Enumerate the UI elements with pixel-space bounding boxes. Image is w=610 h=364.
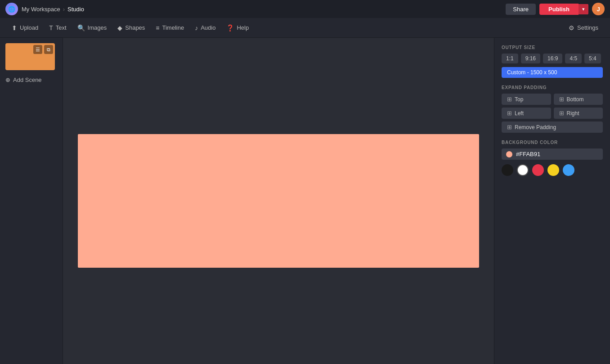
padding-right-icon: ⊞: [559, 110, 564, 117]
toolbar: ⬆ Upload T Text 🔍 Images ◆ Shapes ≡ Time…: [0, 18, 610, 38]
audio-label: Audio: [201, 24, 215, 31]
color-palette: [502, 164, 603, 176]
main-layout: ☰ ⧉ ⊕ Add Scene OUTPUT SIZE 1:1 9:16 16:…: [0, 38, 610, 364]
shapes-label: Shapes: [125, 24, 145, 31]
publish-dropdown-button[interactable]: ▾: [579, 4, 588, 14]
images-button[interactable]: 🔍 Images: [73, 22, 112, 34]
images-label: Images: [88, 24, 107, 31]
top-nav: 🌐 My Workspace › Studio Share Publish ▾ …: [0, 0, 610, 18]
remove-padding-icon: ⊞: [507, 124, 512, 130]
shapes-icon: ◆: [117, 24, 122, 31]
size-btn-4-5[interactable]: 4:5: [565, 54, 582, 63]
help-icon: ❓: [226, 24, 234, 31]
size-btn-16-9[interactable]: 16:9: [543, 54, 562, 63]
workspace-link[interactable]: My Workspace: [22, 6, 60, 13]
remove-padding-button[interactable]: ⊞ Remove Padding: [502, 121, 603, 133]
help-label: Help: [237, 24, 249, 31]
palette-yellow[interactable]: [547, 164, 559, 176]
timeline-icon: ≡: [156, 24, 159, 31]
background-color-title: BACKGROUND COLOR: [502, 140, 603, 145]
output-size-title: OUTPUT SIZE: [502, 45, 603, 50]
padding-right-label: Right: [567, 110, 579, 117]
user-avatar[interactable]: J: [592, 3, 605, 15]
nav-right: Share Publish ▾ J: [506, 3, 605, 15]
padding-top-label: Top: [515, 96, 523, 103]
padding-right-button[interactable]: ⊞ Right: [554, 108, 603, 119]
padding-left-label: Left: [515, 110, 524, 117]
palette-blue[interactable]: [563, 164, 574, 176]
upload-label: Upload: [20, 24, 38, 31]
canvas-area[interactable]: [63, 38, 494, 364]
padding-bottom-label: Bottom: [567, 96, 584, 103]
size-btn-9-16[interactable]: 9:16: [521, 54, 540, 63]
help-button[interactable]: ❓ Help: [222, 22, 253, 34]
scene-menu-button[interactable]: ☰: [33, 45, 42, 54]
text-button[interactable]: T Text: [45, 22, 71, 34]
text-icon: T: [49, 24, 53, 31]
workspace-avatar: 🌐: [5, 3, 18, 15]
timeline-label: Timeline: [162, 24, 184, 31]
nav-left: 🌐 My Workspace › Studio: [5, 3, 84, 15]
padding-row-2: ⊞ Left ⊞ Right: [502, 108, 603, 119]
scene-copy-button[interactable]: ⧉: [44, 45, 53, 54]
breadcrumb-separator: ›: [63, 6, 65, 13]
add-scene-label: Add Scene: [13, 76, 42, 83]
padding-row-1: ⊞ Top ⊞ Bottom: [502, 94, 603, 105]
images-icon: 🔍: [77, 24, 85, 31]
text-label: Text: [56, 24, 67, 31]
output-size-section: OUTPUT SIZE 1:1 9:16 16:9 4:5 5:4 Custom…: [502, 45, 603, 78]
background-color-input[interactable]: #FFAB91: [502, 148, 603, 160]
padding-bottom-button[interactable]: ⊞ Bottom: [554, 94, 603, 105]
padding-left-icon: ⊞: [507, 110, 512, 117]
background-color-section: BACKGROUND COLOR #FFAB91: [502, 140, 603, 176]
scene-thumbnail-1[interactable]: ☰ ⧉: [5, 43, 55, 70]
right-panel: OUTPUT SIZE 1:1 9:16 16:9 4:5 5:4 Custom…: [494, 38, 610, 364]
padding-buttons: ⊞ Top ⊞ Bottom ⊞ Left ⊞ Right: [502, 94, 603, 133]
settings-button[interactable]: ⚙ Settings: [564, 22, 603, 34]
padding-left-button[interactable]: ⊞ Left: [502, 108, 551, 119]
palette-red[interactable]: [532, 164, 544, 176]
padding-bottom-icon: ⊞: [559, 96, 564, 103]
upload-icon: ⬆: [12, 24, 17, 31]
size-btn-5-4[interactable]: 5:4: [584, 54, 601, 63]
add-scene-button[interactable]: ⊕ Add Scene: [5, 75, 57, 85]
canvas-canvas: [78, 134, 479, 268]
shapes-button[interactable]: ◆ Shapes: [113, 22, 149, 34]
size-buttons: 1:1 9:16 16:9 4:5 5:4: [502, 54, 603, 63]
remove-padding-label: Remove Padding: [515, 124, 556, 130]
custom-size-button[interactable]: Custom - 1500 x 500: [502, 67, 603, 78]
publish-group: Publish ▾: [539, 4, 588, 15]
palette-black[interactable]: [502, 164, 513, 176]
settings-label: Settings: [577, 24, 598, 31]
publish-button[interactable]: Publish: [539, 4, 579, 15]
current-page: Studio: [67, 6, 84, 13]
settings-icon: ⚙: [569, 24, 574, 31]
expand-padding-title: EXPAND PADDING: [502, 85, 603, 90]
size-btn-1-1[interactable]: 1:1: [502, 54, 518, 63]
upload-button[interactable]: ⬆ Upload: [7, 22, 43, 34]
background-color-value: #FFAB91: [516, 151, 540, 157]
timeline-button[interactable]: ≡ Timeline: [151, 22, 188, 34]
background-color-swatch: [506, 151, 512, 157]
left-sidebar: ☰ ⧉ ⊕ Add Scene: [0, 38, 63, 364]
palette-white[interactable]: [517, 164, 529, 176]
padding-row-3: ⊞ Remove Padding: [502, 121, 603, 133]
audio-icon: ♪: [195, 24, 198, 31]
breadcrumb: My Workspace › Studio: [22, 6, 84, 13]
audio-button[interactable]: ♪ Audio: [190, 22, 220, 34]
padding-top-icon: ⊞: [507, 96, 512, 103]
share-button[interactable]: Share: [506, 4, 536, 15]
padding-top-button[interactable]: ⊞ Top: [502, 94, 551, 105]
expand-padding-section: EXPAND PADDING ⊞ Top ⊞ Bottom ⊞ Left: [502, 85, 603, 133]
add-scene-icon: ⊕: [5, 76, 10, 83]
